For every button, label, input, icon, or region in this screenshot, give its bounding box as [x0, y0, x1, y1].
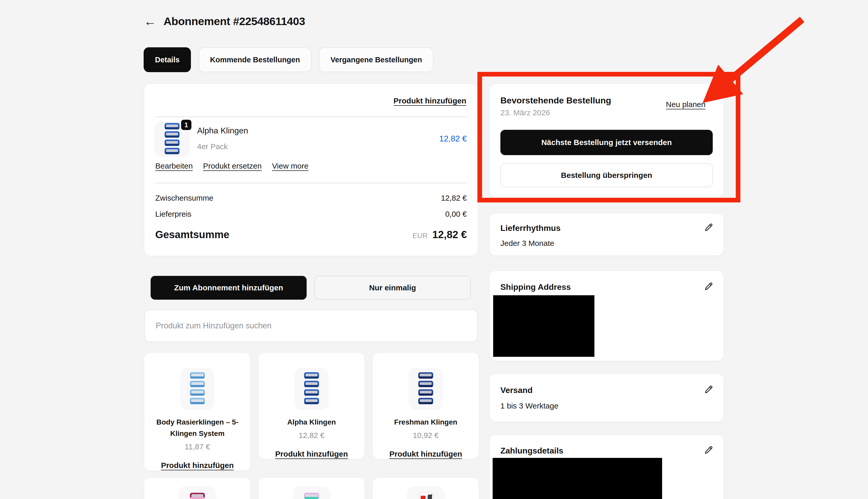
shaving-cream-tube-graphic: 02 — [417, 492, 434, 499]
shipping-price-label: Lieferpreis — [155, 210, 191, 218]
product-variant: 4er Pack — [197, 142, 248, 151]
shipping-address-card: Shipping Address — [490, 271, 724, 361]
add-product-link[interactable]: Produkt hinzufügen — [389, 450, 462, 458]
replace-product-link[interactable]: Produkt ersetzen — [203, 162, 262, 170]
razor-cartridge-graphic — [418, 398, 434, 405]
one-time-only-button[interactable]: Nur einmalig — [314, 276, 471, 300]
card-title: Zahlungsdetails — [500, 446, 563, 455]
razor-cartridge-graphic — [303, 372, 319, 379]
skip-order-button[interactable]: Bestellung überspringen — [500, 163, 713, 187]
total-value: 12,82 € — [432, 229, 467, 241]
product-card-freshman-klingen: Freshman Klingen 10,92 € Produkt hinzufü… — [373, 353, 479, 459]
partial-product-card — [144, 478, 250, 499]
payment-details-card: Zahlungsdetails — [490, 435, 724, 499]
product-card-alpha-klingen: Alpha Klingen 12,82 € Produkt hinzufügen — [259, 353, 365, 459]
razor-cartridge-graphic — [164, 131, 180, 138]
edit-icon[interactable] — [704, 282, 713, 292]
divider — [155, 183, 467, 183]
add-product-link[interactable]: Produkt hinzufügen — [275, 450, 348, 458]
order-summary-card: Produkt hinzufügen 1 Alpha Klingen 4 — [144, 84, 478, 256]
product-card-body-rasierklingen: Body Rasierklingen – 5-Klingen System 11… — [144, 353, 250, 471]
subscription-item-row: 1 Alpha Klingen 4er Pack 12,82 € — [155, 122, 467, 155]
frequency-value: Jeder 3 Monate — [500, 239, 554, 248]
razor-cartridge-graphic — [164, 147, 180, 155]
quantity-badge: 1 — [180, 119, 192, 131]
divider — [155, 117, 467, 117]
item-actions: Bearbeiten Produkt ersetzen View more — [155, 162, 309, 170]
shipping-time-card: Versand 1 bis 3 Werktage — [490, 374, 724, 422]
tab-upcoming-orders[interactable]: Kommende Bestellungen — [199, 47, 311, 72]
subtotal-label: Zwischensumme — [155, 194, 213, 203]
shipping-price-value: 0,00 € — [445, 210, 467, 218]
razor-cartridge-graphic — [303, 398, 319, 405]
view-more-link[interactable]: View more — [272, 162, 309, 170]
product-image — [410, 368, 442, 408]
razor-cartridge-graphic — [418, 372, 434, 379]
product-price: 12,82 € — [259, 431, 365, 440]
card-title: Versand — [500, 386, 533, 395]
edit-icon[interactable] — [704, 446, 713, 456]
product-image — [181, 368, 214, 408]
product-info: Alpha Klingen 4er Pack — [197, 122, 248, 151]
partial-product-card: 02 — [373, 478, 479, 499]
tab-details[interactable]: Details — [143, 47, 191, 72]
product-image: 1 — [155, 122, 189, 155]
product-name: Freshman Klingen — [380, 416, 471, 428]
redacted-shipping-address — [493, 295, 594, 357]
card-title: Lieferrhythmus — [500, 223, 561, 233]
product-name: Body Rasierklingen – 5-Klingen System — [152, 416, 243, 439]
product-image — [179, 487, 215, 499]
razor-cartridge-graphic — [303, 380, 319, 388]
razor-cartridge-graphic — [189, 492, 205, 499]
shipping-time-value: 1 bis 3 Werktage — [500, 402, 558, 410]
total-row: Gesamtsumme EUR 12,82 € — [155, 229, 467, 241]
delivery-frequency-card: Lieferrhythmus Jeder 3 Monate — [490, 214, 724, 255]
product-image — [293, 487, 330, 499]
razor-cartridge-graphic — [164, 139, 180, 146]
shipping-price-row: Lieferpreis 0,00 € — [155, 210, 467, 218]
edit-icon[interactable] — [704, 223, 713, 233]
razor-cartridge-graphic — [418, 389, 434, 396]
add-to-subscription-button[interactable]: Zum Abonnement hinzufügen — [151, 276, 307, 300]
razor-cartridge-graphic — [189, 398, 205, 405]
subscription-details-page: ← Abonnement #22548611403 Details Kommen… — [0, 0, 868, 499]
currency-label: EUR — [413, 232, 428, 240]
page-title: Abonnement #22548611403 — [164, 15, 305, 28]
upcoming-order-title: Bevorstehende Bestellung — [500, 95, 611, 106]
upcoming-order-date: 23. März 2026 — [500, 108, 550, 117]
product-name: Alpha Klingen — [266, 416, 357, 428]
tab-bar: Details Kommende Bestellungen Vergangene… — [143, 47, 433, 72]
product-price: 12,82 € — [439, 134, 467, 144]
product-image — [295, 368, 328, 408]
product-price: 10,92 € — [373, 431, 479, 440]
razor-cartridge-graphic — [303, 492, 319, 499]
razor-cartridge-graphic — [303, 389, 319, 396]
razor-cartridge-graphic — [164, 123, 180, 130]
subtotal-row: Zwischensumme 12,82 € — [155, 194, 467, 203]
tab-past-orders[interactable]: Vergangene Bestellungen — [319, 47, 433, 72]
reschedule-link[interactable]: Neu planen — [666, 100, 705, 109]
razor-cartridge-graphic — [189, 372, 205, 379]
razor-cartridge-graphic — [189, 389, 205, 396]
edit-item-link[interactable]: Bearbeiten — [155, 162, 193, 170]
razor-cartridge-graphic — [418, 380, 434, 388]
redacted-payment-details — [493, 458, 662, 499]
subtotal-value: 12,82 € — [441, 194, 467, 203]
card-title: Shipping Address — [500, 282, 571, 292]
product-name: Alpha Klingen — [197, 126, 248, 135]
product-price: 11,87 € — [144, 442, 250, 451]
razor-cartridge-graphic — [189, 380, 205, 388]
annotation-arrow-shaft — [730, 20, 802, 80]
upcoming-order-card: Bevorstehende Bestellung 23. März 2026 N… — [490, 84, 724, 197]
partial-product-card — [259, 478, 365, 499]
product-search-input[interactable] — [144, 309, 478, 342]
back-arrow-icon[interactable]: ← — [144, 15, 156, 28]
total-label: Gesamtsumme — [155, 229, 229, 241]
edit-icon[interactable] — [704, 385, 713, 395]
add-product-link[interactable]: Produkt hinzufügen — [393, 96, 466, 105]
product-image: 02 — [408, 487, 444, 499]
add-product-link[interactable]: Produkt hinzufügen — [161, 461, 234, 470]
page-header: ← Abonnement #22548611403 — [144, 15, 305, 28]
send-next-order-now-button[interactable]: Nächste Bestellung jetzt versenden — [500, 130, 713, 155]
